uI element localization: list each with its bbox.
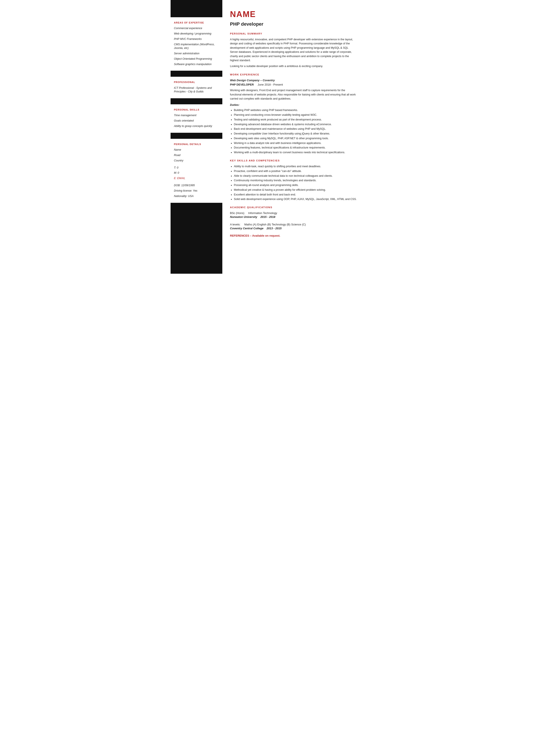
key-skills-heading: KEY SKILLS AND COMPETENCIES <box>230 159 357 162</box>
expertise-item-1: Commercial experience <box>174 27 219 30</box>
detail-country: Country <box>174 159 219 162</box>
resume-page: AREAS OF EXPERTISE Commercial experience… <box>171 0 365 274</box>
duty-2: Planning and conducting cross-browser us… <box>234 113 357 117</box>
professional-item-1: ICT Professional - Systems and Principle… <box>174 86 219 94</box>
skill-8: Solid web development experience using O… <box>234 197 357 201</box>
qual-2-years: 2013 - 2015 <box>267 227 281 230</box>
detail-email: E: EMAIL <box>174 176 219 180</box>
duty-10: Working with a multi-disciplinary team t… <box>234 150 357 154</box>
skill-item-1: Time management <box>174 114 219 117</box>
skill-2: Proactive, confident and with a positive… <box>234 169 357 173</box>
skill-1: Ability to multi-task, react quickly to … <box>234 164 357 169</box>
expertise-heading: AREAS OF EXPERTISE <box>174 21 219 24</box>
details-heading: PERSONAL DETAILS <box>174 143 219 146</box>
sidebar-bottom-fill <box>171 203 222 274</box>
detail-name: Name <box>174 148 219 152</box>
qual-1-years: 2015 - 2018 <box>260 215 275 219</box>
summary-para-1: A highly resourceful, innovative, and co… <box>230 38 357 63</box>
expertise-item-2: Web developing / programming <box>174 32 219 36</box>
duties-label: Duties: <box>230 103 357 107</box>
detail-dob: DOB: 12/09/1995 <box>174 184 219 187</box>
references: REFERENCES – Available on request. <box>230 234 357 238</box>
sidebar-section-professional: PROFESSIONAL ICT Professional - Systems … <box>171 77 222 98</box>
skills-heading: PERSONAL SKILLS <box>174 108 219 111</box>
work-experience-heading: WORK EXPERIENCE <box>230 73 357 76</box>
expertise-item-5: Server administration <box>174 52 219 55</box>
references-text: Available on request. <box>252 234 280 237</box>
personal-summary-heading: PERSONAL SUMMARY <box>230 32 357 35</box>
key-skills-list: Ability to multi-task, react quickly to … <box>230 164 357 201</box>
qual-2-subject: Maths (A) English (B) Technology (B) Sci… <box>244 223 306 226</box>
sidebar-black-bar-2 <box>171 98 222 104</box>
duty-9: Documenting features, technical specific… <box>234 146 357 150</box>
qual-1-institution: Nuneaton University <box>230 215 257 219</box>
duty-6: Developing compatible User Interface fun… <box>234 132 357 136</box>
detail-road: Road <box>174 153 219 157</box>
sidebar-section-details: PERSONAL DETAILS Name Road Country T: 0 … <box>171 139 222 203</box>
expertise-item-3: PHP MVC Frameworks <box>174 37 219 41</box>
skill-3: Able to clearly communicate technical da… <box>234 174 357 178</box>
qual-1-subject: Information Technology <box>248 211 277 215</box>
detail-nationality: Nationality: USA <box>174 194 219 198</box>
references-dash: – <box>250 234 252 237</box>
work-role: PHP DEVELOPER <box>230 83 254 86</box>
detail-license: Driving license: Yes <box>174 189 219 193</box>
detail-mobile: M: 0 <box>174 171 219 175</box>
duty-3: Testing and validating work produced as … <box>234 118 357 122</box>
duty-4: Developing advanced database driven webs… <box>234 122 357 126</box>
qual-row-1: BSc (Hons) Information Technology Nuneat… <box>230 211 357 219</box>
duty-1: Building PHP websites using PHP based fr… <box>234 108 357 112</box>
summary-para-2: Looking for a suitable developer positio… <box>230 64 357 68</box>
skill-7: Excellent attention to detail both front… <box>234 193 357 197</box>
work-role-line: PHP DEVELOPER June 2018 - Present <box>230 83 357 87</box>
academic-qualifications-heading: ACADEMIC QUALIFICATIONS <box>230 205 357 209</box>
skill-5: Possessing all-round analysis and progra… <box>234 183 357 187</box>
work-description: Working with designers, Front End and pr… <box>230 88 357 101</box>
expertise-item-6: Object Orientated Programming <box>174 57 219 61</box>
skill-item-3: Ability to grasp concepts quickly <box>174 124 219 128</box>
qual-2-degree: A levels: <box>230 223 240 226</box>
qual-1-degree: BSc (Hons) <box>230 211 244 215</box>
work-company: Web Design Company – Coventry <box>230 78 357 82</box>
sidebar-section-expertise: AREAS OF EXPERTISE Commercial experience… <box>171 17 222 71</box>
qual-2-institution: Coventry Central College <box>230 227 264 230</box>
sidebar-top-bar <box>171 0 222 17</box>
professional-heading: PROFESSIONAL <box>174 81 219 84</box>
main-content: NAME PHP developer PERSONAL SUMMARY A hi… <box>222 0 365 274</box>
sidebar-section-skills: PERSONAL SKILLS Time management Goals or… <box>171 104 222 133</box>
duty-8: Working in a data analyst role and with … <box>234 141 357 145</box>
duty-5: Back end development and maintenance of … <box>234 127 357 131</box>
skill-6: Methodical yet creative & having a prove… <box>234 188 357 192</box>
skill-4: Continuously monitoring industry trends,… <box>234 178 357 182</box>
sidebar: AREAS OF EXPERTISE Commercial experience… <box>171 0 222 274</box>
duties-list: Building PHP websites using PHP based fr… <box>230 108 357 154</box>
references-heading: REFERENCES <box>230 234 249 237</box>
detail-phone: T: 0 <box>174 166 219 170</box>
work-dates: June 2018 - Present <box>258 83 283 86</box>
expertise-item-4: CMS implementation (WordPress, Joomla, e… <box>174 43 219 50</box>
sidebar-black-bar-1 <box>171 71 222 77</box>
skill-item-2: Goals orientated <box>174 119 219 122</box>
applicant-name: NAME <box>230 9 357 20</box>
expertise-item-7: Software graphics manipulation <box>174 63 219 66</box>
job-title: PHP developer <box>230 21 357 28</box>
duty-7: Developing web sites using MySQL, PHP, A… <box>234 136 357 141</box>
sidebar-black-bar-3 <box>171 133 222 139</box>
qual-row-2: A levels: Maths (A) English (B) Technolo… <box>230 223 357 230</box>
